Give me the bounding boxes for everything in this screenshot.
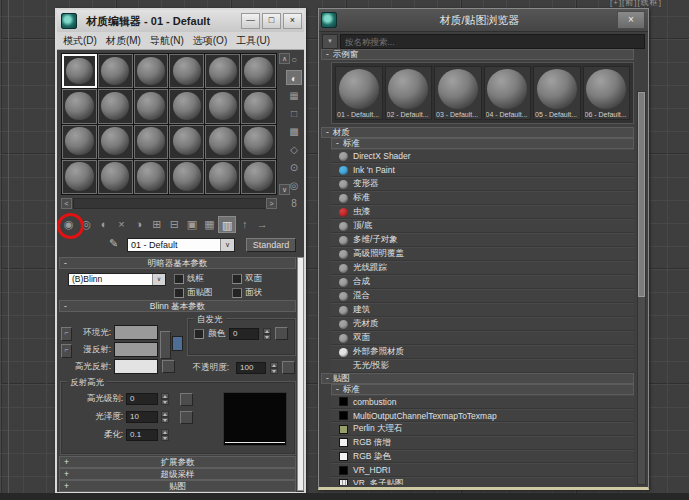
list-item[interactable]: 壳材质	[331, 317, 634, 331]
param-spinner[interactable]	[161, 411, 169, 423]
self-illum-value[interactable]: 0	[229, 328, 259, 340]
material-slot[interactable]	[205, 54, 240, 88]
material-slot[interactable]	[98, 125, 133, 159]
ambient-diffuse-arrow-lock[interactable]	[160, 331, 171, 359]
material-editor-titlebar[interactable]: 材质编辑器 - 01 - Default — □ ×	[57, 10, 304, 32]
sample-uv-tiling-icon[interactable]: □	[286, 106, 302, 121]
make-preview-icon[interactable]: ◇	[286, 142, 302, 157]
slots-scroll-right-button[interactable]: >	[266, 198, 277, 209]
opacity-spinner[interactable]	[270, 362, 278, 374]
list-item[interactable]: 高级照明覆盖	[331, 247, 634, 261]
menu-item[interactable]: 模式(D)	[63, 34, 97, 48]
go-to-parent-icon[interactable]: ↑	[236, 216, 254, 233]
param-map-button[interactable]	[180, 393, 193, 406]
material-slot[interactable]	[241, 89, 276, 123]
go-forward-to-sibling-icon[interactable]: →	[254, 216, 272, 233]
param-spinner[interactable]	[161, 429, 169, 441]
list-item[interactable]: 多维/子对象	[331, 233, 634, 247]
list-item[interactable]: Ink 'n Paint	[331, 163, 634, 177]
self-illum-map-button[interactable]	[275, 327, 288, 340]
section-materials[interactable]: -材质	[321, 127, 634, 138]
browser-scrollbar-thumb[interactable]	[638, 92, 645, 297]
material-name-dropdown[interactable]: 01 - Default ∨	[127, 238, 235, 252]
material-map-navigator-icon[interactable]: 8	[286, 196, 302, 211]
material-slot[interactable]	[205, 160, 240, 194]
param-spinner[interactable]	[161, 393, 169, 405]
list-item[interactable]: VR_HDRI	[331, 463, 634, 477]
checkbox-box[interactable]	[174, 274, 184, 284]
parameters-scrollbar[interactable]	[297, 257, 304, 491]
make-material-copy-icon[interactable]: ◑	[130, 216, 148, 233]
show-map-in-viewport-icon[interactable]: ▦	[201, 216, 219, 233]
backlight-icon[interactable]: ◐	[286, 70, 302, 85]
material-slot[interactable]	[169, 160, 204, 194]
list-item[interactable]: 虫漆	[331, 205, 634, 219]
opacity-map-button[interactable]	[282, 361, 295, 374]
diffuse-color-swatch[interactable]	[114, 342, 158, 357]
list-item[interactable]: DirectX Shader	[331, 149, 634, 163]
sample-thumb[interactable]: 04 - Default...	[484, 66, 532, 120]
rollout-0-collapsed[interactable]: + 扩展参数	[59, 456, 296, 468]
section-sample-windows[interactable]: -示例窗	[321, 49, 634, 60]
list-item[interactable]: 混合	[331, 289, 634, 303]
list-item[interactable]: 外部参照材质	[331, 345, 634, 359]
shader-type-dropdown[interactable]: (B)Blinn ∨	[68, 273, 166, 286]
list-item[interactable]: 合成	[331, 275, 634, 289]
subsection-materials-standard[interactable]: -标准	[331, 138, 634, 149]
material-slot[interactable]	[98, 89, 133, 123]
self-illum-color-checkbox[interactable]	[194, 329, 204, 339]
self-illum-spinner[interactable]	[263, 328, 271, 340]
checkbox-双面[interactable]: 双面	[232, 272, 290, 286]
material-slot[interactable]	[241, 160, 276, 194]
list-item[interactable]: 建筑	[331, 303, 634, 317]
material-slot[interactable]	[62, 89, 97, 123]
list-item[interactable]: 顶/底	[331, 219, 634, 233]
material-slot[interactable]	[98, 160, 133, 194]
menu-item[interactable]: 工具(U)	[236, 34, 270, 48]
material-slot[interactable]	[98, 54, 133, 88]
checkbox-box[interactable]	[174, 288, 184, 298]
sample-thumb[interactable]: 05 - Default...	[533, 66, 581, 120]
list-item[interactable]: combustion	[331, 395, 634, 409]
list-item[interactable]: 双面	[331, 331, 634, 345]
browser-scrollbar[interactable]	[637, 91, 646, 485]
select-by-material-icon[interactable]: ◎	[286, 178, 302, 193]
material-slot[interactable]	[134, 160, 169, 194]
checkbox-box[interactable]	[232, 274, 242, 284]
list-item[interactable]: 光线跟踪	[331, 261, 634, 275]
show-end-result-icon[interactable]: ▥	[218, 216, 236, 233]
material-slot[interactable]	[169, 125, 204, 159]
material-slot[interactable]	[241, 54, 276, 88]
diffuse-lock-icon[interactable]	[172, 336, 183, 351]
background-icon[interactable]: ▦	[286, 88, 302, 103]
close-button[interactable]: ×	[283, 13, 302, 29]
param-value[interactable]: 0.1	[126, 429, 158, 441]
material-slot[interactable]	[134, 89, 169, 123]
param-value[interactable]: 0	[126, 393, 158, 405]
list-item[interactable]: 无光/投影	[331, 359, 634, 373]
slots-scrollbar-horizontal[interactable]	[73, 198, 267, 209]
rollout-2-collapsed[interactable]: + 贴图	[59, 480, 296, 492]
browser-options-dropdown-icon[interactable]: ▼	[322, 34, 338, 49]
list-item[interactable]: RGB 倍增	[331, 436, 634, 450]
sample-thumb[interactable]: 01 - Default...	[335, 66, 383, 120]
specular-map-button[interactable]	[162, 360, 175, 373]
list-item[interactable]: VR_多子贴图	[331, 477, 634, 485]
material-slot[interactable]	[205, 125, 240, 159]
checkbox-box[interactable]	[232, 288, 242, 298]
material-slot[interactable]	[241, 125, 276, 159]
assign-material-to-selection-icon[interactable]: ◐	[95, 216, 113, 233]
make-unique-icon[interactable]: ⊞	[148, 216, 166, 233]
maximize-button[interactable]: □	[262, 13, 281, 29]
section-maps[interactable]: -贴图	[321, 373, 634, 384]
subsection-maps-standard[interactable]: -标准	[331, 384, 634, 395]
list-item[interactable]: 标准	[331, 191, 634, 205]
sample-thumb[interactable]: 03 - Default...	[434, 66, 482, 120]
checkbox-线框[interactable]: 线框	[174, 272, 232, 286]
menu-item[interactable]: 选项(O)	[193, 34, 227, 48]
slots-scroll-left-button[interactable]: <	[61, 198, 72, 209]
material-slot[interactable]	[134, 54, 169, 88]
param-value[interactable]: 10	[126, 411, 158, 423]
menu-item[interactable]: 材质(M)	[106, 34, 141, 48]
rollout-blinn-basic[interactable]: - Blinn 基本参数	[59, 300, 296, 312]
